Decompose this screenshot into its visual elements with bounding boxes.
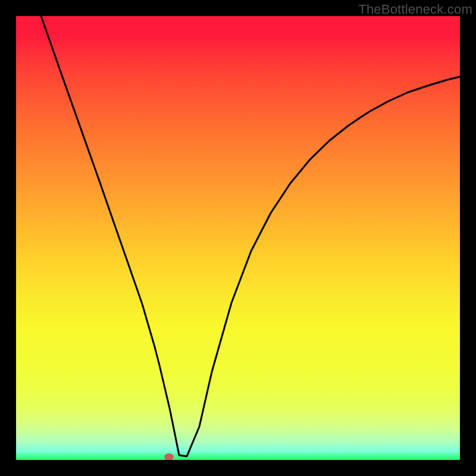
plot-area — [16, 16, 460, 460]
watermark-text: TheBottleneck.com — [358, 2, 472, 17]
bottleneck-curve-svg — [16, 16, 460, 460]
chart-frame: TheBottleneck.com — [0, 0, 476, 476]
bottleneck-curve — [41, 16, 460, 456]
minimum-marker — [164, 453, 174, 460]
